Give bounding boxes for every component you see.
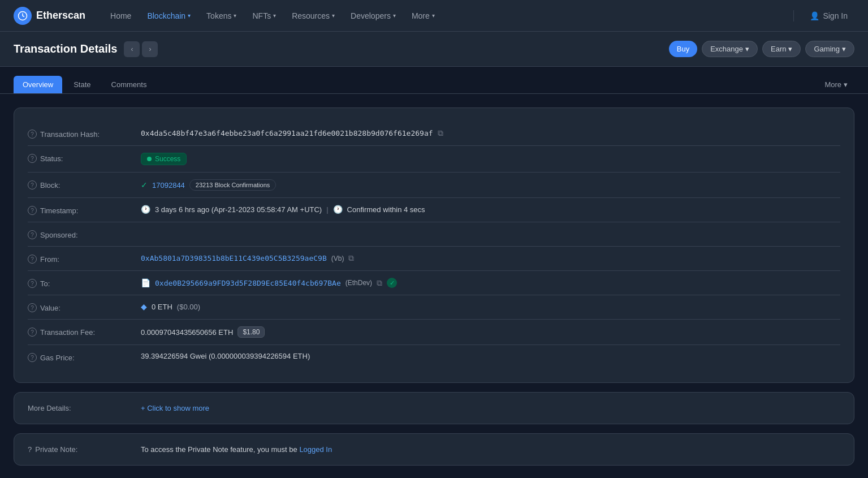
sponsored-label: ? Sponsored:: [28, 229, 141, 239]
fee-usd-badge: $1.80: [237, 326, 265, 338]
nav-home[interactable]: Home: [103, 7, 138, 25]
sponsored-row: ? Sponsored:: [28, 222, 840, 247]
tabs-bar: Overview State Comments More ▾: [0, 67, 868, 94]
hash-label: ? Transaction Hash:: [28, 128, 141, 139]
chevron-down-icon: ▾: [273, 12, 276, 19]
gas-label: ? Gas Price:: [28, 352, 141, 362]
logo-text: Etherscan: [36, 10, 85, 21]
fee-label: ? Transaction Fee:: [28, 326, 141, 337]
nav-tokens[interactable]: Tokens ▾: [200, 7, 243, 25]
info-icon: ?: [28, 445, 32, 454]
chevron-down-icon: ▾: [393, 12, 396, 19]
status-badge: Success: [141, 153, 187, 165]
gas-row: ? Gas Price: 39.394226594 Gwei (0.000000…: [28, 345, 840, 369]
page-header: Transaction Details ‹ › Buy Exchange ▾ E…: [0, 32, 868, 67]
check-circle-icon: ✓: [141, 180, 148, 190]
fee-value: 0.00097043435650656 ETH $1.80: [141, 326, 840, 338]
chevron-down-icon: ▾: [432, 12, 435, 19]
copy-icon[interactable]: ⧉: [348, 253, 354, 263]
block-number-link[interactable]: 17092844: [152, 181, 185, 190]
clock-icon: 🕐: [141, 205, 150, 214]
nav-more[interactable]: More ▾: [405, 7, 442, 25]
transaction-details-card: ? Transaction Hash: 0x4da5c48bf47e3a6f4e…: [14, 107, 854, 383]
chevron-down-icon: ▾: [188, 12, 191, 19]
timestamp-value: 🕐 3 days 6 hrs ago (Apr-21-2023 05:58:47…: [141, 205, 840, 214]
tab-comments[interactable]: Comments: [102, 76, 156, 93]
more-dropdown-button[interactable]: More ▾: [818, 77, 854, 92]
page-title: Transaction Details: [14, 42, 117, 55]
timestamp-label: ? Timestamp:: [28, 205, 141, 215]
tab-state[interactable]: State: [64, 76, 100, 93]
chevron-down-icon: ▾: [788, 45, 792, 53]
header-buttons: Buy Exchange ▾ Earn ▾ Gaming ▾: [669, 41, 854, 57]
private-note-label: ? Private Note:: [28, 445, 141, 454]
nav-nfts[interactable]: NFTs ▾: [245, 7, 283, 25]
info-icon: ?: [28, 154, 37, 163]
nav-arrows: ‹ ›: [124, 41, 158, 57]
exchange-button[interactable]: Exchange ▾: [702, 41, 758, 57]
chevron-down-icon: ▾: [745, 45, 749, 53]
nav-developers[interactable]: Developers ▾: [344, 7, 403, 25]
gaming-button[interactable]: Gaming ▾: [805, 41, 854, 57]
gas-value: 39.394226594 Gwei (0.000000039394226594 …: [141, 352, 840, 360]
from-value: 0xAb5801a7D398351b8bE11C439e05C5B3259aeC…: [141, 253, 840, 263]
from-tag: (Vb): [331, 255, 344, 262]
to-label: ? To:: [28, 278, 141, 288]
more-details-card: More Details: + Click to show more: [14, 392, 854, 424]
from-row: ? From: 0xAb5801a7D398351b8bE11C439e05C5…: [28, 247, 840, 271]
copy-icon[interactable]: ⧉: [377, 278, 382, 288]
success-dot: [147, 157, 152, 161]
contract-icon: 📄: [141, 278, 150, 287]
tab-overview[interactable]: Overview: [14, 76, 62, 93]
user-icon: 👤: [810, 11, 819, 20]
info-icon: ?: [28, 303, 37, 312]
clock-icon-2: 🕐: [333, 205, 343, 214]
to-address-link[interactable]: 0xde0B295669a9FD93d5F28D9Ec85E40f4cb697B…: [155, 279, 341, 287]
chevron-down-icon: ▾: [842, 45, 846, 53]
nav-links: Home Blockchain ▾ Tokens ▾ NFTs ▾ Resour…: [103, 7, 789, 25]
logged-in-link[interactable]: Logged In: [299, 445, 332, 454]
nav-blockchain[interactable]: Blockchain ▾: [140, 7, 197, 25]
nav-resources[interactable]: Resources ▾: [285, 7, 342, 25]
info-icon: ?: [28, 279, 37, 288]
hash-row: ? Transaction Hash: 0x4da5c48bf47e3a6f4e…: [28, 122, 840, 146]
more-details-label: More Details:: [28, 404, 141, 412]
confirmations-badge: 23213 Block Confirmations: [189, 179, 276, 191]
verified-icon: ✓: [387, 278, 397, 288]
info-icon: ?: [28, 230, 37, 239]
next-arrow[interactable]: ›: [142, 41, 158, 57]
chevron-down-icon: ▾: [844, 80, 848, 89]
eth-icon: ◆: [141, 302, 147, 311]
block-label: ? Block:: [28, 179, 141, 190]
value-row: ? Value: ◆ 0 ETH ($0.00): [28, 295, 840, 320]
hash-value: 0x4da5c48bf47e3a6f4ebbe23a0fc6a2991aa21f…: [141, 128, 840, 138]
private-note-text: To access the Private Note feature, you …: [141, 445, 332, 454]
timestamp-row: ? Timestamp: 🕐 3 days 6 hrs ago (Apr-21-…: [28, 198, 840, 222]
navbar: Etherscan Home Blockchain ▾ Tokens ▾ NFT…: [0, 0, 868, 32]
from-address-link[interactable]: 0xAb5801a7D398351b8bE11C439e05C5B3259aeC…: [141, 254, 327, 262]
info-icon: ?: [28, 255, 37, 264]
page-title-area: Transaction Details ‹ ›: [14, 41, 158, 57]
tabs: Overview State Comments: [14, 76, 156, 93]
prev-arrow[interactable]: ‹: [124, 41, 140, 57]
private-note-card: ? Private Note: To access the Private No…: [14, 433, 854, 466]
copy-icon[interactable]: ⧉: [438, 128, 443, 138]
from-label: ? From:: [28, 253, 141, 264]
main-content: ? Transaction Hash: 0x4da5c48bf47e3a6f4e…: [0, 94, 868, 478]
to-tag: (EthDev): [346, 279, 372, 287]
logo-icon: [14, 7, 32, 25]
block-row: ? Block: ✓ 17092844 23213 Block Confirma…: [28, 173, 840, 198]
value-label: ? Value:: [28, 302, 141, 312]
sign-in-button[interactable]: 👤 Sign In: [803, 8, 854, 24]
info-icon: ?: [28, 206, 37, 215]
block-value: ✓ 17092844 23213 Block Confirmations: [141, 179, 840, 191]
show-more-link[interactable]: + Click to show more: [141, 404, 209, 412]
logo[interactable]: Etherscan: [14, 7, 85, 25]
nav-right: 👤 Sign In: [789, 8, 854, 24]
nav-divider: [793, 10, 794, 21]
earn-button[interactable]: Earn ▾: [762, 41, 801, 57]
chevron-down-icon: ▾: [332, 12, 335, 19]
info-icon: ?: [28, 180, 37, 190]
buy-button[interactable]: Buy: [669, 41, 697, 57]
status-value: Success: [141, 153, 840, 165]
